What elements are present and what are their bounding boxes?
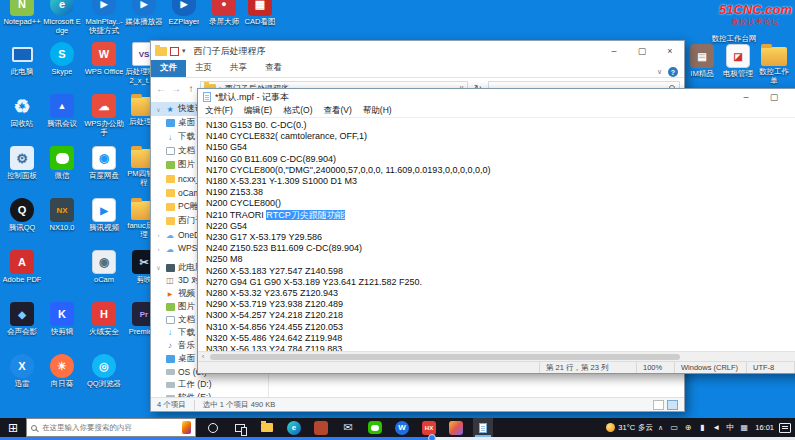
taskbar-search[interactable]: [26, 418, 196, 437]
desktop-icon-im-box[interactable]: ▤IM精品: [684, 44, 720, 79]
cloud-icon: ☁: [165, 231, 175, 240]
editor-text-area[interactable]: N130 G153 B0. C-DC(0.)N140 CYCLE832( cam…: [198, 118, 795, 351]
weather-widget[interactable]: 31°C 多云: [606, 423, 653, 433]
desktop-icon-huorong[interactable]: H火绒安全: [84, 302, 124, 337]
sidebar-item-工作 (D:)[interactable]: 工作 (D:): [151, 378, 268, 391]
menu-文件(F)[interactable]: 文件(F): [205, 105, 233, 117]
desktop-icon-qq-browser[interactable]: ◎QQ浏览器: [84, 354, 124, 389]
desktop-icon-label: MainPlay..-快捷方式: [84, 18, 124, 35]
desktop-icon-wps-office[interactable]: WWPS Office: [84, 42, 124, 77]
mail-icon[interactable]: ✉: [338, 418, 358, 437]
up-icon[interactable]: ↑: [185, 83, 197, 94]
progress-knob[interactable]: [428, 434, 436, 440]
task-view-icon[interactable]: [230, 418, 250, 437]
desktop-icon-skype[interactable]: SSkype: [42, 42, 82, 77]
tab-共享[interactable]: 共享: [221, 60, 256, 77]
cad-viewer-icon: ▦: [248, 0, 272, 16]
desktop-icon-ezplayer[interactable]: ▶EZPlayer: [164, 0, 204, 27]
menu-查看(V)[interactable]: 查看(V): [323, 105, 351, 117]
tab-查看[interactable]: 查看: [256, 60, 291, 77]
menu-编辑(E)[interactable]: 编辑(E): [244, 105, 272, 117]
code-line: N280 X-53.32 Y23.675 Z120.943: [206, 288, 795, 299]
volume-icon[interactable]: ◄: [710, 423, 722, 432]
ribbon-expand-icon[interactable]: ∨: [657, 68, 662, 76]
doc-box-icon: ◪: [726, 44, 750, 68]
desktop-icon-nx[interactable]: NXNX10.0: [42, 198, 82, 233]
down-icon: ↓: [165, 328, 175, 337]
scrollbar-thumb[interactable]: [210, 354, 680, 360]
network-icon[interactable]: ⊕: [682, 423, 694, 432]
tab-文件[interactable]: 文件: [151, 60, 186, 77]
wechat-icon[interactable]: [365, 418, 385, 437]
desktop-icon-folder[interactable]: 数控工作单: [756, 44, 792, 85]
desktop-icon-recycle-bin[interactable]: ♻回收站: [2, 94, 42, 129]
scroll-left-icon[interactable]: ‹: [198, 352, 208, 361]
desktop-icon-qq[interactable]: Q腾讯QQ: [2, 198, 42, 233]
hidden-icons-chevron[interactable]: ∧: [658, 424, 663, 432]
desktop-icon-ocam[interactable]: ◉oCam: [84, 250, 124, 285]
desktop-icon-recorder[interactable]: ●录屏大师: [204, 0, 244, 27]
sidebar-item-label: 文档: [178, 314, 195, 326]
taskbar-search-input[interactable]: [40, 422, 179, 433]
desktop-icon-video-editor[interactable]: ◆会声会影: [2, 302, 42, 337]
notepad-titlebar[interactable]: *默认.mpf - 记事本 – ▢ ×: [198, 89, 795, 105]
help-icon[interactable]: ?: [668, 67, 678, 77]
desktop-icon-edge[interactable]: eMicrosoft Edge: [42, 0, 82, 35]
star-icon: ★: [165, 105, 175, 114]
desktop-icon-cad-viewer[interactable]: ▦CAD看图: [240, 0, 280, 27]
desktop-icon-kuaijianji[interactable]: K快剪辑: [42, 302, 82, 337]
desktop-icon-pdf[interactable]: AAdobe PDF: [2, 250, 42, 285]
desktop-icon-this-pc[interactable]: 此电脑: [2, 42, 42, 77]
monitor-icon[interactable]: ▭: [668, 423, 680, 432]
ime-lang-icon[interactable]: 中: [724, 422, 736, 433]
desktop-icon-tencent-meeting[interactable]: ▲腾讯会议: [42, 94, 82, 129]
desktop-icon-baidu-netdisk[interactable]: ◉百度网盘: [84, 146, 124, 181]
explorer-titlebar[interactable]: ▾ 西门子后处理程序 – ▢ ×: [151, 41, 684, 61]
back-icon[interactable]: ←: [155, 83, 167, 94]
desktop-icon-notepadpp[interactable]: NNotepad++: [2, 0, 42, 27]
file-explorer-icon[interactable]: [257, 418, 277, 437]
notepad-icon[interactable]: [473, 418, 493, 437]
desktop-icon-control-panel[interactable]: ⚙控制面板: [2, 146, 42, 181]
forward-icon[interactable]: →: [170, 83, 182, 94]
paint-icon[interactable]: [311, 418, 331, 437]
maximize-button[interactable]: ▢: [760, 87, 788, 107]
chevron-down-icon[interactable]: ▾: [182, 47, 186, 55]
menu-格式(O)[interactable]: 格式(O): [283, 105, 312, 117]
close-button[interactable]: ×: [656, 41, 684, 61]
battery-icon[interactable]: ▮: [696, 423, 708, 432]
clock[interactable]: 16:01: [755, 424, 774, 432]
details-view-button[interactable]: [653, 400, 664, 410]
cortana-icon[interactable]: [203, 418, 223, 437]
quick-access-toolbar[interactable]: ▾: [155, 47, 186, 56]
desktop-icon-doc-box[interactable]: ◪电极管理: [720, 44, 756, 79]
desktop-icon-media-player[interactable]: ▶媒体播放器: [124, 0, 164, 27]
action-center-icon[interactable]: [779, 423, 791, 433]
desktop-icon-label: 此电脑: [11, 68, 34, 77]
desktop-icon-wps-cloud[interactable]: ☁WPS办公助手: [84, 94, 124, 137]
minimize-button[interactable]: –: [732, 87, 760, 107]
maximize-button[interactable]: ▢: [628, 41, 656, 61]
ime-mode-icon[interactable]: ▦: [738, 423, 750, 432]
desktop-icon-tencent-video[interactable]: ▶腾讯视频: [84, 198, 124, 233]
desktop-icon-wechat[interactable]: 微信: [42, 146, 82, 181]
minimize-button[interactable]: –: [600, 41, 628, 61]
tab-主页[interactable]: 主页: [186, 60, 221, 77]
start-button[interactable]: ⊞: [0, 418, 26, 437]
thumbnail-view-button[interactable]: [667, 400, 678, 410]
wps-icon[interactable]: W: [392, 418, 412, 437]
desktop-icon-label: 电极管理: [723, 70, 753, 79]
menu-帮助(H)[interactable]: 帮助(H): [363, 105, 392, 117]
cursor-position: 第 21 行，第 23 列: [539, 362, 636, 373]
desktop-icon-thunder[interactable]: X迅雷: [2, 354, 42, 389]
horizontal-scrollbar[interactable]: ‹: [198, 351, 795, 361]
code-line: N290 X-53.719 Y23.938 Z120.489: [206, 299, 795, 310]
properties-icon[interactable]: [170, 47, 179, 56]
photos-icon[interactable]: [446, 418, 466, 437]
wps-cloud-icon: ☁: [92, 94, 116, 118]
desktop-icon-mainplayer[interactable]: ▶MainPlay..-快捷方式: [84, 0, 124, 35]
edge-icon[interactable]: e: [284, 418, 304, 437]
weather-text: 多云: [638, 423, 653, 433]
desktop-icon-sunflower[interactable]: ☀向日葵: [42, 354, 82, 389]
close-button[interactable]: ×: [788, 87, 795, 107]
